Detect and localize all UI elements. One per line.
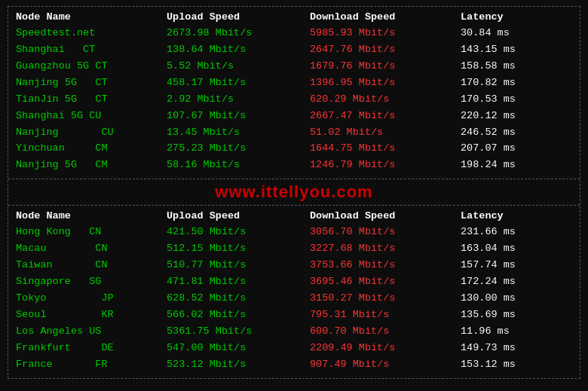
table-row: Nanjing CU 13.45 Mbit/s 51.02 Mbit/s 246… (16, 125, 572, 141)
download-speed: 795.31 Mbit/s (310, 307, 461, 323)
download-speed: 3695.46 Mbit/s (310, 274, 461, 290)
latency-value: 130.00 ms (461, 291, 559, 307)
node-name: Macau CN (16, 241, 167, 257)
col-header-latency-2: Latency (461, 210, 559, 221)
latency-value: 220.12 ms (461, 108, 559, 124)
download-speed: 1644.75 Mbit/s (310, 141, 461, 157)
table-row: France FR 523.12 Mbit/s 907.49 Mbit/s 15… (16, 357, 572, 373)
table-row: Taiwan CN 510.77 Mbit/s 3753.66 Mbit/s 1… (16, 258, 572, 273)
table-row: Shanghai CT 138.64 Mbit/s 2647.76 Mbit/s… (16, 42, 572, 58)
latency-value: 170.82 ms (461, 75, 559, 91)
upload-speed: 5361.75 Mbit/s (167, 324, 310, 340)
download-speed: 3056.70 Mbit/s (310, 225, 461, 240)
node-name: Frankfurt DE (16, 341, 167, 356)
table-row: TianJin 5G CT 2.92 Mbit/s 620.29 Mbit/s … (16, 92, 572, 108)
download-speed: 5985.93 Mbit/s (310, 26, 461, 41)
node-name: Tokyo JP (16, 291, 167, 307)
download-speed: 2209.49 Mbit/s (310, 341, 461, 356)
latency-value: 157.74 ms (461, 258, 559, 273)
download-speed: 51.02 Mbit/s (310, 125, 461, 141)
table-row: Yinchuan CM 275.23 Mbit/s 1644.75 Mbit/s… (16, 141, 572, 157)
latency-value: 149.73 ms (461, 341, 559, 356)
latency-value: 246.52 ms (461, 125, 559, 141)
col-header-download-2: Download Speed (310, 210, 461, 221)
node-name: Hong Kong CN (16, 225, 167, 240)
upload-speed: 547.00 Mbit/s (167, 341, 310, 356)
col-header-latency-1: Latency (461, 11, 559, 23)
node-name: Speedtest.net (16, 26, 167, 41)
latency-value: 170.53 ms (461, 92, 559, 108)
watermark: www.ittellyou.com (8, 179, 580, 205)
table-row: Guangzhou 5G CT 5.52 Mbit/s 1679.76 Mbit… (16, 59, 572, 75)
upload-speed: 2673.98 Mbit/s (167, 26, 310, 41)
table-row: Speedtest.net 2673.98 Mbit/s 5985.93 Mbi… (16, 26, 572, 41)
col-header-upload-2: Upload Speed (167, 210, 310, 221)
section1: Node Name Upload Speed Download Speed La… (8, 7, 580, 179)
col-header-upload-1: Upload Speed (167, 11, 310, 23)
upload-speed: 510.77 Mbit/s (167, 258, 310, 273)
table-row: Seoul KR 566.02 Mbit/s 795.31 Mbit/s 135… (16, 307, 572, 323)
header-row-1: Node Name Upload Speed Download Speed La… (16, 11, 572, 24)
latency-value: 30.84 ms (461, 26, 559, 41)
latency-value: 207.07 ms (461, 141, 559, 157)
download-speed: 1396.95 Mbit/s (310, 75, 461, 91)
upload-speed: 2.92 Mbit/s (167, 92, 310, 108)
node-name: Nanjing 5G CT (16, 75, 167, 91)
upload-speed: 107.67 Mbit/s (167, 108, 310, 124)
table-row: Hong Kong CN 421.50 Mbit/s 3056.70 Mbit/… (16, 225, 572, 240)
latency-value: 135.69 ms (461, 307, 559, 323)
latency-value: 158.58 ms (461, 59, 559, 75)
latency-value: 231.66 ms (461, 225, 559, 240)
upload-speed: 5.52 Mbit/s (167, 59, 310, 75)
latency-value: 172.24 ms (461, 274, 559, 290)
upload-speed: 13.45 Mbit/s (167, 125, 310, 141)
upload-speed: 471.81 Mbit/s (167, 274, 310, 290)
upload-speed: 512.15 Mbit/s (167, 241, 310, 257)
upload-speed: 58.16 Mbit/s (167, 157, 310, 173)
upload-speed: 421.50 Mbit/s (167, 225, 310, 240)
node-name: Los Angeles US (16, 324, 167, 340)
section2: Node Name Upload Speed Download Speed La… (8, 206, 580, 377)
table-row: Nanjing 5G CM 58.16 Mbit/s 1246.79 Mbit/… (16, 157, 572, 173)
latency-value: 153.12 ms (461, 357, 559, 373)
col-header-node-1: Node Name (16, 11, 167, 23)
download-speed: 3227.68 Mbit/s (310, 241, 461, 257)
node-name: Yinchuan CM (16, 141, 167, 157)
table-row: Singapore SG 471.81 Mbit/s 3695.46 Mbit/… (16, 274, 572, 290)
upload-speed: 628.52 Mbit/s (167, 291, 310, 307)
node-name: Nanjing CU (16, 125, 167, 141)
upload-speed: 275.23 Mbit/s (167, 141, 310, 157)
latency-value: 11.96 ms (461, 324, 559, 340)
download-speed: 3150.27 Mbit/s (310, 291, 461, 307)
node-name: Shanghai CT (16, 42, 167, 58)
upload-speed: 138.64 Mbit/s (167, 42, 310, 58)
col-header-download-1: Download Speed (310, 11, 461, 23)
download-speed: 600.70 Mbit/s (310, 324, 461, 340)
download-speed: 907.49 Mbit/s (310, 357, 461, 373)
node-name: TianJin 5G CT (16, 92, 167, 108)
table-row: Frankfurt DE 547.00 Mbit/s 2209.49 Mbit/… (16, 341, 572, 356)
download-speed: 2647.76 Mbit/s (310, 42, 461, 58)
table-row: Tokyo JP 628.52 Mbit/s 3150.27 Mbit/s 13… (16, 291, 572, 307)
node-name: Shanghai 5G CU (16, 108, 167, 124)
col-header-node-2: Node Name (16, 210, 167, 221)
download-speed: 1246.79 Mbit/s (310, 157, 461, 173)
node-name: Taiwan CN (16, 258, 167, 273)
latency-value: 163.04 ms (461, 241, 559, 257)
table-row: Macau CN 512.15 Mbit/s 3227.68 Mbit/s 16… (16, 241, 572, 257)
node-name: Singapore SG (16, 274, 167, 290)
latency-value: 198.24 ms (461, 157, 559, 173)
download-speed: 3753.66 Mbit/s (310, 258, 461, 273)
node-name: Guangzhou 5G CT (16, 59, 167, 75)
upload-speed: 566.02 Mbit/s (167, 307, 310, 323)
download-speed: 2667.47 Mbit/s (310, 108, 461, 124)
download-speed: 620.29 Mbit/s (310, 92, 461, 108)
download-speed: 1679.76 Mbit/s (310, 59, 461, 75)
upload-speed: 458.17 Mbit/s (167, 75, 310, 91)
header-row-2: Node Name Upload Speed Download Speed La… (16, 210, 572, 223)
node-name: France FR (16, 357, 167, 373)
upload-speed: 523.12 Mbit/s (167, 357, 310, 373)
table-row: Los Angeles US 5361.75 Mbit/s 600.70 Mbi… (16, 324, 572, 340)
node-name: Seoul KR (16, 307, 167, 323)
table-row: Shanghai 5G CU 107.67 Mbit/s 2667.47 Mbi… (16, 108, 572, 124)
